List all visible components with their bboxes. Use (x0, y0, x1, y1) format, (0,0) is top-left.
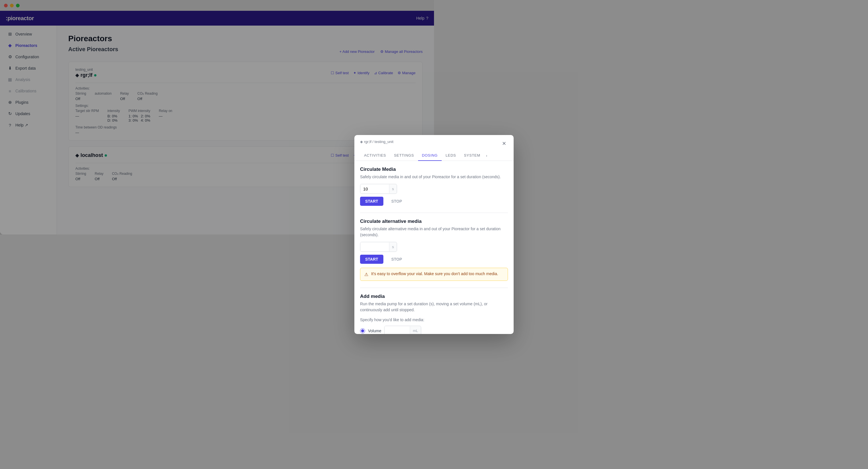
tab-dosing[interactable]: DOSING (418, 150, 434, 161)
circulate-media-start-button[interactable]: START (360, 197, 383, 206)
circulate-media-stop-button[interactable]: STOP (386, 197, 407, 206)
dosing-modal: ◈ rgr;lf / testing_unit ✕ ACTIVITIES SET… (354, 135, 434, 234)
modal-overlay[interactable]: ◈ rgr;lf / testing_unit ✕ ACTIVITIES SET… (0, 0, 434, 234)
modal-breadcrumb: ◈ rgr;lf / testing_unit (360, 140, 393, 144)
circulate-media-section: Circulate Media Safely circulate media i… (360, 167, 434, 206)
circulate-media-unit: s (389, 185, 397, 193)
circulate-media-title: Circulate Media (360, 167, 434, 172)
modal-body: Circulate Media Safely circulate media i… (354, 161, 434, 234)
circulate-media-desc: Safely circulate media in and out of you… (360, 174, 434, 180)
tab-activities[interactable]: ACTIVITIES (360, 150, 390, 161)
modal-tabs: ACTIVITIES SETTINGS DOSING LEDS SYSTEM › (354, 150, 434, 161)
modal-header: ◈ rgr;lf / testing_unit ✕ (354, 135, 434, 147)
circulate-media-input-wrapper: s (360, 184, 397, 194)
circulate-alt-media-title: Circulate alternative media (360, 219, 434, 224)
circulate-alt-media-desc: Safely circulate alternative media in an… (360, 226, 434, 234)
circulate-alt-media-section: Circulate alternative media Safely circu… (360, 219, 434, 234)
tab-settings[interactable]: SETTINGS (390, 150, 418, 161)
divider-1 (360, 212, 434, 213)
circulate-media-input[interactable] (360, 184, 389, 194)
app-window: :pioreactor Help ? ⊞ Overview ◈ Pioreact… (0, 0, 434, 234)
circulate-media-btn-row: START STOP (360, 197, 434, 206)
